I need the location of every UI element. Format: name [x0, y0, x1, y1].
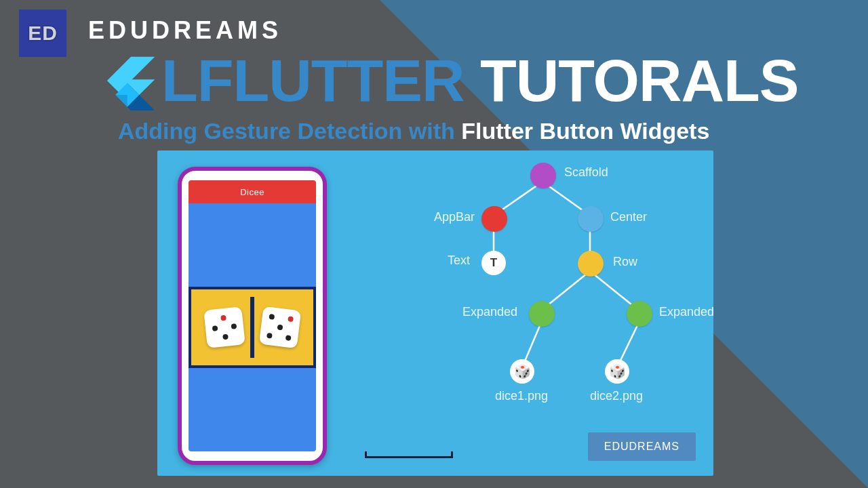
edudreams-button-label: EDUDREAMS: [604, 441, 679, 452]
node-scaffold: [530, 163, 556, 188]
main-title: LFLUTTER TUTORALS: [161, 46, 799, 115]
node-appbar: [481, 206, 507, 232]
dice-icon: [259, 306, 301, 348]
label-scaffold: Scaffold: [564, 165, 608, 180]
svg-marker-4: [115, 95, 127, 107]
phone-body-top: [189, 203, 316, 287]
widget-tree: Scaffold AppBar Center T Text Row Expand…: [347, 150, 700, 476]
node-dice2-icon: 🎲: [605, 359, 629, 384]
content-card: Dicee: [157, 150, 713, 476]
phone-body-bot: [189, 368, 316, 451]
label-expanded-1: Expanded: [462, 305, 517, 319]
thumbnail-stage: ED EDUDREAMS LFLUTTER TUTORALS Adding Ge…: [0, 0, 868, 488]
node-dice1-icon: 🎲: [510, 359, 534, 384]
label-dice2: dice2.png: [590, 389, 643, 403]
label-text: Text: [448, 253, 470, 268]
phone-divider: [250, 297, 254, 358]
phone-screen: Dicee: [189, 180, 316, 451]
decorative-underline: [365, 451, 453, 458]
edudreams-button[interactable]: EDUDREAMS: [588, 432, 696, 461]
node-expanded-1: [529, 301, 555, 327]
phone-mock: Dicee: [178, 167, 327, 465]
subtitle-part2: Flutter Button Widgets: [461, 118, 709, 144]
phone-appbar-title: Dicee: [240, 187, 264, 197]
node-row: [578, 251, 604, 277]
label-center: Center: [610, 210, 647, 224]
brand-logo-text: ED: [28, 22, 58, 45]
label-appbar: AppBar: [434, 210, 475, 224]
phone-appbar: Dicee: [189, 180, 316, 203]
node-expanded-2: [627, 301, 652, 327]
label-row: Row: [613, 255, 637, 269]
brand-logo-box: ED: [19, 9, 66, 57]
node-text-glyph: T: [490, 256, 497, 270]
title-tutorials: TUTORALS: [480, 47, 798, 114]
brand-top-label: EDUDREAMS: [88, 16, 282, 45]
subtitle-part1: Adding Gesture Detection with: [118, 118, 461, 144]
label-dice1: dice1.png: [495, 389, 548, 403]
dice-icon: [203, 306, 245, 348]
phone-body-mid: [189, 287, 316, 368]
flutter-logo-icon: [96, 56, 156, 118]
subtitle: Adding Gesture Detection with Flutter Bu…: [118, 118, 709, 144]
label-expanded-2: Expanded: [659, 305, 714, 319]
node-text: T: [481, 251, 506, 275]
node-center: [578, 206, 604, 232]
title-lflutter: LFLUTTER: [161, 47, 465, 114]
